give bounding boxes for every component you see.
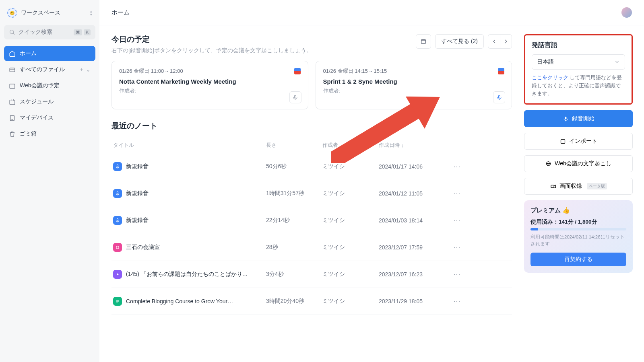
file-type-icon [113,189,122,198]
svg-point-27 [548,163,549,164]
card-record-button[interactable] [493,91,505,103]
folder-icon [9,66,16,73]
table-row[interactable]: 新規録音50分6秒ミツイシ2024/01/17 14:06⋯ [111,153,512,180]
row-title: (145) 「お前らの課題は自分たちのことばかり… [126,271,248,278]
row-length: 50分6秒 [266,163,322,170]
web-meeting-transcribe-button[interactable]: Web会議の文字起こし [524,155,633,172]
mic-icon [115,191,120,196]
mic-icon [496,95,502,101]
table-row[interactable]: 新規録音1時間31分57秒ミツイシ2024/01/12 11:05⋯ [111,180,512,207]
folder-actions[interactable]: + ⌄ [80,66,91,73]
th-author[interactable]: 作成者 [322,142,379,149]
svg-marker-30 [554,185,555,187]
sidebar-item-web-meetings[interactable]: Web会議の予定 [4,78,95,93]
table-row[interactable]: (145) 「お前らの課題は自分たちのことばかり…3分4秒ミツイシ2023/12… [111,261,512,288]
row-more-button[interactable]: ⋯ [451,241,463,253]
recent-notes-title: 最近のノート [111,121,512,131]
table-row[interactable]: 新規録音22分14秒ミツイシ2024/01/03 18:14⋯ [111,207,512,234]
terminology-link[interactable]: ここをクリック [532,75,568,80]
home-icon [9,50,16,57]
premium-note: 利用可能時間は2024/02/11 14:26にリセットされます [530,234,626,248]
card-title: Notta Content Marketing Weekly Meeting [119,78,301,85]
mic-icon [563,116,569,122]
th-length[interactable]: 長さ [266,142,322,149]
sidebar-item-home[interactable]: ホーム [4,46,95,61]
schedule-prev-button[interactable] [488,34,500,49]
sidebar-nav: ホーム すべてのファイル + ⌄ Web会議の予定 スケジュール マイデバイ [4,46,95,142]
view-all-button[interactable]: すべて見る (2) [435,34,484,49]
card-record-button[interactable] [289,91,301,103]
row-more-button[interactable]: ⋯ [451,268,463,280]
chevron-right-icon [503,38,509,45]
language-select[interactable]: 日本語 [532,54,625,70]
sidebar-item-all-files[interactable]: すべてのファイル + ⌄ [4,62,95,77]
svg-marker-19 [117,273,119,276]
row-more-button[interactable]: ⋯ [451,214,463,226]
search-shortcut: ⌘K [74,29,91,35]
screen-record-button[interactable]: 画面収録ベータ版 [524,178,633,195]
svg-point-28 [549,163,550,164]
sidebar-item-label: Web会議の予定 [20,82,60,89]
row-date: 2023/11/29 18:05 [379,298,451,304]
sidebar-item-trash[interactable]: ゴミ箱 [4,126,95,142]
row-author: ミツイシ [322,271,379,278]
record-start-button[interactable]: 録音開始 [524,110,633,127]
svg-rect-23 [565,116,566,119]
row-author: ミツイシ [322,217,379,224]
svg-rect-24 [561,139,565,143]
row-title: 新規録音 [126,217,149,224]
row-date: 2024/01/03 18:14 [379,217,451,224]
svg-point-0 [10,30,14,34]
search-placeholder: クイック検索 [19,29,70,36]
row-author: ミツイシ [322,244,379,251]
right-panel: 発話言語 日本語 ここをクリック して専門用語などを登録しておくと、より正確に音… [524,25,633,362]
svg-rect-11 [421,39,426,43]
card-time: 01/26 金曜日 11:00 ~ 12:00 [119,68,183,75]
premium-usage: 使用済み：141分 / 1,800分 [530,218,626,226]
th-date[interactable]: 作成日時↓ [379,142,451,149]
chevron-down-icon[interactable]: ⌄ [86,66,91,73]
row-more-button[interactable]: ⋯ [451,295,463,307]
row-author: ミツイシ [322,298,379,305]
file-type-icon [113,162,122,171]
schedule-next-button[interactable] [500,34,512,49]
svg-rect-15 [117,165,118,167]
card-author: 作成者: [323,87,505,95]
google-calendar-icon [294,68,301,74]
row-title: 三石の会議室 [126,244,160,251]
card-title: Sprint 1 & 2 Sync Meeting [323,78,505,85]
svg-rect-17 [117,219,118,221]
premium-title: プレミアム 👍 [530,207,626,214]
premium-renew-button[interactable]: 再契約する [530,253,626,266]
language-label: 発話言語 [532,41,625,49]
page-title: ホーム [111,9,130,16]
row-length: 28秒 [266,244,322,251]
row-more-button[interactable]: ⋯ [451,187,463,200]
plus-icon[interactable]: + [80,66,83,73]
sidebar-item-schedule[interactable]: スケジュール [4,94,95,109]
row-more-button[interactable]: ⋯ [451,160,463,173]
calendar-today-button[interactable] [416,34,431,49]
file-type-icon [113,270,122,279]
sidebar-item-label: ゴミ箱 [20,130,37,138]
profile-avatar[interactable] [621,7,632,18]
table-row[interactable]: 三石の会議室28秒ミツイシ2023/12/07 17:59⋯ [111,234,512,261]
mic-icon [292,95,298,101]
import-button[interactable]: インポート [524,133,633,150]
svg-rect-18 [116,246,119,249]
workspace-selector[interactable]: 😊 ワークスペース ▴▾ [4,6,95,25]
schedule-card[interactable]: 01/26 金曜日 11:00 ~ 12:00 Notta Content Ma… [111,61,308,109]
sidebar-item-label: すべてのファイル [20,66,65,73]
sidebar-item-label: スケジュール [20,98,54,105]
table-row[interactable]: Complete Blogging Course to Grow Your…3時… [111,288,512,315]
sidebar-item-my-device[interactable]: マイデバイス [4,110,95,125]
file-type-icon [113,243,122,252]
th-title[interactable]: タイトル [113,142,266,149]
search-input[interactable]: クイック検索 ⌘K [4,25,95,39]
google-calendar-icon [498,68,504,74]
svg-rect-4 [10,84,15,88]
card-author: 作成者: [119,87,301,95]
row-date: 2023/12/07 16:23 [379,271,451,278]
schedule-card[interactable]: 01/26 金曜日 14:15 ~ 15:15 Sprint 1 & 2 Syn… [316,61,512,109]
main: ホーム 今日の予定 右下の[録音開始]ボタンをクリックして、予定の会議を文字起こ… [99,0,644,362]
